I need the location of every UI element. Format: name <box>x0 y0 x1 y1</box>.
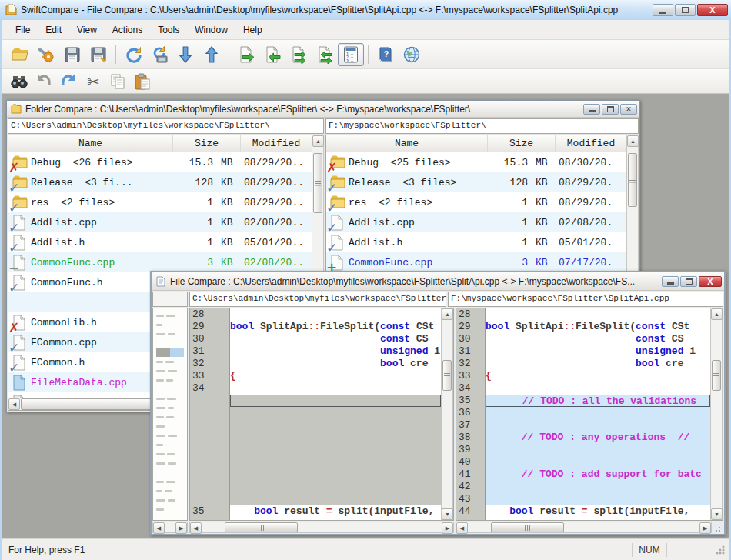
code-left-vscrollbar[interactable]: ▲ ▼ <box>441 308 453 520</box>
save-right-button[interactable] <box>85 43 112 66</box>
code-left-hscrollbar[interactable]: ◀ ▶ <box>189 522 454 533</box>
column-header-name[interactable]: Name <box>8 135 173 152</box>
code-right-vscrollbar[interactable]: ▲ ▼ <box>710 308 723 520</box>
scroll-up-icon[interactable]: ▲ <box>711 308 723 320</box>
move-down-button[interactable] <box>172 43 199 66</box>
menu-file[interactable]: File <box>8 22 37 38</box>
code-line-41[interactable]: // TODO : add support for batc <box>486 468 710 481</box>
menu-window[interactable]: Window <box>188 22 235 38</box>
code-line-36[interactable] <box>486 407 710 419</box>
file-row-debug[interactable]: ✗Debug <25 files>15.3MB08/30/20. <box>326 152 626 172</box>
column-header-modified[interactable]: Modified <box>241 135 312 152</box>
web-home-button[interactable] <box>399 43 425 66</box>
scroll-left-icon[interactable]: ◀ <box>190 522 202 534</box>
code-line-34[interactable] <box>230 382 441 395</box>
redo-button[interactable] <box>56 72 81 92</box>
maximize-button[interactable] <box>675 4 696 16</box>
menu-actions[interactable]: Actions <box>105 22 149 38</box>
code-line-38[interactable]: // TODO : any operations // <box>486 432 710 444</box>
file-left-path[interactable]: C:\Users\admin\Desktop\myfiles\workspace… <box>189 292 446 307</box>
file-row-release[interactable]: ✓Release <3 files>128KB08/29/20. <box>326 172 626 192</box>
code-line-35[interactable]: bool result = split(inputFile, <box>230 505 441 518</box>
file-row-addlist.cpp[interactable]: ✓AddList.cpp1KB02/08/20.. <box>8 212 312 232</box>
code-line-43[interactable] <box>486 493 710 505</box>
code-line-gap[interactable] <box>230 395 441 407</box>
copy-button[interactable] <box>105 72 130 92</box>
file-row-res[interactable]: ✓res <2 files>1KB08/29/20.. <box>8 192 312 212</box>
scroll-up-icon[interactable]: ▲ <box>627 135 639 147</box>
refresh-button[interactable] <box>120 43 146 66</box>
file-row-commonfunc.cpp[interactable]: −CommonFunc.cpp3KB02/08/20.. <box>8 252 312 272</box>
move-up-button[interactable] <box>199 43 225 66</box>
menu-edit[interactable]: Edit <box>38 22 68 38</box>
folder-compare-titlebar[interactable]: Folder Compare : C:\Users\admin\Desktop\… <box>7 101 639 118</box>
find-button[interactable] <box>7 72 32 92</box>
file-compare-titlebar[interactable]: File Compare : C:\Users\admin\Desktop\my… <box>152 272 724 291</box>
undo-button[interactable] <box>32 72 56 92</box>
folder-left-path[interactable]: C:\Users\admin\Desktop\myfiles\workspace… <box>8 118 324 134</box>
column-header-modified[interactable]: Modified <box>556 135 626 152</box>
file-close-button[interactable]: X <box>699 276 722 287</box>
code-line-30[interactable]: const CS <box>486 333 710 345</box>
code-line-39[interactable] <box>486 444 710 456</box>
options-button[interactable] <box>33 43 59 66</box>
code-line-33[interactable]: { <box>230 370 441 382</box>
code-line-29[interactable]: bool SplitApi::FileSplit(const CSt <box>486 321 710 333</box>
scroll-right-icon[interactable]: ▶ <box>175 522 187 534</box>
refresh-all-button[interactable] <box>146 43 172 66</box>
code-line-gap[interactable] <box>230 419 441 432</box>
folder-minimize-button[interactable] <box>583 104 600 115</box>
code-line-40[interactable] <box>486 456 710 468</box>
code-line-35[interactable]: // TODO : all the validations <box>486 395 710 407</box>
close-button[interactable]: X <box>697 4 728 16</box>
scroll-left-icon[interactable]: ◀ <box>153 522 165 534</box>
copy-all-to-left-button[interactable] <box>312 43 338 66</box>
code-line-gap[interactable] <box>230 432 441 444</box>
resize-grip[interactable] <box>715 545 726 555</box>
code-line-gap[interactable] <box>230 444 441 456</box>
code-line-34[interactable] <box>486 382 710 395</box>
menu-help[interactable]: Help <box>236 22 269 38</box>
code-line-28[interactable] <box>486 308 710 321</box>
code-line-gap[interactable] <box>230 493 441 505</box>
code-line-31[interactable]: unsigned i <box>486 345 710 358</box>
copy-to-left-button[interactable] <box>259 43 285 66</box>
help-book-button[interactable]: ? <box>372 43 399 66</box>
folder-maximize-button[interactable] <box>602 104 619 115</box>
resize-grip[interactable] <box>713 522 723 533</box>
copy-to-right-button[interactable] <box>233 43 259 66</box>
scroll-right-icon[interactable]: ▶ <box>442 522 453 534</box>
column-header-name[interactable]: Name <box>326 135 488 152</box>
file-row-commonfunc.cpp[interactable]: +CommonFunc.cpp3KB07/17/20. <box>326 252 626 272</box>
scroll-right-icon[interactable]: ▶ <box>699 522 711 534</box>
scroll-left-icon[interactable]: ◀ <box>8 398 20 410</box>
code-area-left[interactable]: bool SplitApi::FileSplit(const CSt const… <box>230 308 441 520</box>
minimize-button[interactable] <box>653 4 673 16</box>
code-line-44[interactable]: bool result = split(inputFile, <box>486 505 710 518</box>
scroll-up-icon[interactable]: ▲ <box>312 135 324 147</box>
overview-hscrollbar[interactable]: ◀ ▶ <box>152 522 188 533</box>
code-line-gap[interactable] <box>230 468 441 481</box>
file-right-path[interactable]: F:\myspace\workspace\FSplitter\SplitApi.… <box>448 292 723 307</box>
code-line-37[interactable] <box>486 419 710 432</box>
folder-close-button[interactable]: ✕ <box>620 104 637 115</box>
column-header-size[interactable]: Size <box>488 135 556 152</box>
code-line-gap[interactable] <box>230 407 441 419</box>
report-button[interactable]: 1 —2 —3 — <box>338 43 364 66</box>
code-line-29[interactable]: bool SplitApi::FileSplit(const CSt <box>230 321 441 333</box>
file-maximize-button[interactable] <box>680 276 697 287</box>
open-folder-button[interactable] <box>7 43 33 66</box>
code-right-hscrollbar[interactable]: ◀ ▶ <box>456 522 712 533</box>
code-area-right[interactable]: bool SplitApi::FileSplit(const CSt const… <box>486 308 710 520</box>
code-line-33[interactable]: { <box>486 370 710 382</box>
code-line-30[interactable]: const CS <box>230 333 441 345</box>
file-minimize-button[interactable] <box>662 276 679 287</box>
menu-view[interactable]: View <box>70 22 104 38</box>
file-row-release[interactable]: ✓Release <3 fi...128KB08/29/20.. <box>8 172 312 192</box>
scroll-down-icon[interactable]: ▼ <box>711 508 723 520</box>
scroll-down-icon[interactable]: ▼ <box>442 508 453 520</box>
column-header-size[interactable]: Size <box>173 135 241 152</box>
file-row-addlist.h[interactable]: ✓AddList.h1KB05/01/20. <box>326 232 626 252</box>
file-row-addlist.h[interactable]: ✓AddList.h1KB05/01/20.. <box>8 232 312 252</box>
save-left-button[interactable] <box>59 43 85 66</box>
